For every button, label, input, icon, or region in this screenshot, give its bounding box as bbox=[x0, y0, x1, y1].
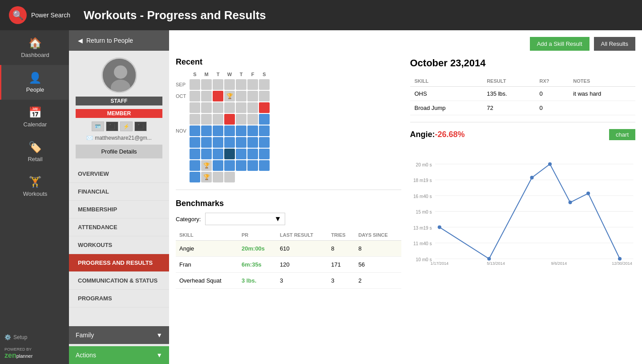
chart-button[interactable]: chart bbox=[609, 129, 635, 140]
table-row: 2 bbox=[355, 273, 401, 289]
table-row: 20m:00s bbox=[238, 241, 276, 257]
main-layout: 🏠 Dashboard 👤 People 📅 Calendar 🏷️ Retai… bbox=[0, 30, 642, 364]
table-row: 171 bbox=[327, 257, 355, 273]
dropdown-arrow-icon: ▼ bbox=[275, 215, 282, 223]
sidebar-item-label-dashboard: Dashboard bbox=[21, 52, 49, 58]
sub-nav-communication[interactable]: COMMUNICATION & STATUS bbox=[69, 272, 169, 290]
powered-by-label: POWERED BY bbox=[4, 347, 65, 352]
main-content: Add a Skill Result All Results Recent S … bbox=[169, 30, 642, 364]
search-section: 🔍 Power Search bbox=[9, 6, 70, 24]
email-icon: ✉️ bbox=[86, 135, 93, 141]
retail-icon: 🏷️ bbox=[28, 141, 42, 154]
chart-area: 10 m0 s 11 m40 s 13 m19 s 15 m0 s 16 m40… bbox=[410, 145, 636, 269]
sidebar-item-people[interactable]: 👤 People bbox=[0, 65, 69, 100]
circle-icon-btn[interactable]: ⬛ bbox=[106, 121, 118, 131]
chart-point bbox=[568, 201, 572, 204]
svg-point-1 bbox=[114, 65, 127, 79]
member-badge: MEMBER bbox=[76, 109, 162, 118]
search-icon[interactable]: 🔍 bbox=[9, 6, 27, 24]
sidebar-item-calendar[interactable]: 📅 Calendar bbox=[0, 100, 69, 134]
lightning-icon-btn[interactable]: ⚡ bbox=[120, 121, 133, 131]
id-icon-btn[interactable]: 🪪 bbox=[92, 121, 104, 131]
col-header-last: LAST RESULT bbox=[276, 230, 327, 241]
add-skill-result-button[interactable]: Add a Skill Result bbox=[530, 37, 590, 51]
svg-text:12/30/2014: 12/30/2014 bbox=[612, 261, 632, 266]
page-title: Workouts - Progress and Results bbox=[84, 8, 266, 22]
line-chart-svg: 10 m0 s 11 m40 s 13 m19 s 15 m0 s 16 m40… bbox=[410, 145, 636, 269]
table-row: 120 bbox=[276, 257, 327, 273]
chart-point bbox=[437, 226, 441, 229]
category-dropdown[interactable]: ▼ bbox=[205, 213, 285, 225]
sidebar-item-label-calendar: Calendar bbox=[24, 121, 47, 128]
table-row: 3 lbs. bbox=[238, 273, 276, 289]
search-label[interactable]: Power Search bbox=[31, 12, 70, 19]
actions-button[interactable]: Actions ▼ bbox=[69, 346, 169, 364]
sub-nav-programs[interactable]: PROGRAMS bbox=[69, 290, 169, 307]
svg-text:20 m0 s: 20 m0 s bbox=[416, 162, 432, 167]
sub-nav-progress[interactable]: PROGRESS AND RESULTS bbox=[69, 254, 169, 272]
return-to-people-button[interactable]: ◀ Return to People bbox=[69, 30, 169, 51]
sidebar-item-retail[interactable]: 🏷️ Retail bbox=[0, 134, 69, 169]
setup-label: Setup bbox=[13, 334, 27, 340]
sidebar-item-label-retail: Retail bbox=[28, 156, 42, 162]
svg-text:15 m0 s: 15 m0 s bbox=[416, 210, 432, 214]
family-button[interactable]: Family ▼ bbox=[69, 326, 169, 344]
email-address: matthewshare21@gm... bbox=[95, 135, 152, 141]
email-row: ✉️ matthewshare21@gm... bbox=[86, 135, 152, 141]
actions-dropdown-icon: ▼ bbox=[156, 352, 162, 359]
chart-point bbox=[618, 257, 621, 260]
sub-nav-financial[interactable]: FINANCIAL bbox=[69, 183, 169, 201]
sub-nav-membership[interactable]: MEMBERSHIP bbox=[69, 201, 169, 218]
table-row: Angie bbox=[176, 241, 238, 257]
avatar bbox=[101, 57, 137, 93]
svg-text:16 m40 s: 16 m40 s bbox=[413, 194, 432, 199]
chart-point bbox=[530, 176, 533, 179]
sub-nav-attendance[interactable]: ATTENDANCE bbox=[69, 218, 169, 236]
left-sidebar: 🏠 Dashboard 👤 People 📅 Calendar 🏷️ Retai… bbox=[0, 30, 69, 364]
category-row: Category: ▼ bbox=[176, 213, 401, 225]
svg-text:10 m0 s: 10 m0 s bbox=[416, 257, 432, 262]
content-toolbar: Add a Skill Result All Results bbox=[176, 37, 635, 51]
table-row: OHS 135 lbs. 0 it was hard bbox=[410, 87, 636, 101]
skills-table: SKILL RESULT RX? NOTES OHS 135 lbs. 0 it… bbox=[410, 76, 636, 115]
col-header-skill: SKILL bbox=[176, 230, 238, 241]
chart-section: Angie:-26.68% chart 10 m0 s 11 m40 s 13 … bbox=[410, 129, 636, 269]
sidebar-item-label-people: People bbox=[26, 86, 44, 93]
chart-change: -26.68% bbox=[435, 130, 465, 139]
recent-title: Recent bbox=[176, 57, 401, 67]
sidebar-item-dashboard[interactable]: 🏠 Dashboard bbox=[0, 30, 69, 65]
return-label: Return to People bbox=[86, 37, 133, 44]
notes-col-header: NOTES bbox=[569, 76, 635, 87]
sidebar-item-workouts[interactable]: 🏋️ Workouts bbox=[0, 169, 69, 204]
rx-col-header: RX? bbox=[535, 76, 569, 87]
sub-nav: OVERVIEW FINANCIAL MEMBERSHIP ATTENDANCE… bbox=[69, 165, 169, 307]
col-header-tries: TRIES bbox=[327, 230, 355, 241]
svg-text:9/6/2014: 9/6/2014 bbox=[551, 261, 566, 266]
svg-text:13 m19 s: 13 m19 s bbox=[413, 226, 432, 231]
sub-sidebar: ◀ Return to People STAFF MEMBER 🪪 ⬛ ⚡ ⬛ … bbox=[69, 30, 169, 364]
skill-col-header: SKILL bbox=[410, 76, 483, 87]
chevron-left-icon: ◀ bbox=[78, 37, 83, 44]
sidebar-item-label-workouts: Workouts bbox=[23, 190, 48, 197]
col-header-pr: PR bbox=[238, 230, 276, 241]
svg-text:11 m40 s: 11 m40 s bbox=[413, 241, 432, 246]
chart-title-row: Angie:-26.68% bbox=[410, 130, 465, 139]
dashboard-icon: 🏠 bbox=[28, 37, 42, 49]
workouts-icon: 🏋️ bbox=[28, 176, 42, 188]
all-results-button[interactable]: All Results bbox=[594, 37, 635, 51]
square-icon-btn[interactable]: ⬛ bbox=[134, 121, 147, 131]
setup-item[interactable]: ⚙️ Setup bbox=[0, 330, 69, 345]
table-row: 8 bbox=[327, 241, 355, 257]
chart-point bbox=[586, 192, 590, 195]
family-dropdown-icon: ▼ bbox=[156, 332, 162, 339]
profile-details-button[interactable]: Profile Details bbox=[76, 145, 162, 158]
sub-nav-workouts[interactable]: WORKOUTS bbox=[69, 236, 169, 254]
svg-text:18 m19 s: 18 m19 s bbox=[413, 178, 432, 183]
table-row: 610 bbox=[276, 241, 327, 257]
right-column: October 23,2014 SKILL RESULT RX? NOTES O… bbox=[410, 57, 636, 289]
table-row: Fran bbox=[176, 257, 238, 273]
zenplanner-logo: zenplanner bbox=[4, 352, 65, 360]
sub-nav-overview[interactable]: OVERVIEW bbox=[69, 165, 169, 183]
table-row: Broad Jump 72 0 bbox=[410, 101, 636, 115]
profile-section: STAFF MEMBER 🪪 ⬛ ⚡ ⬛ ✉️ matthewshare21@g… bbox=[69, 51, 169, 165]
